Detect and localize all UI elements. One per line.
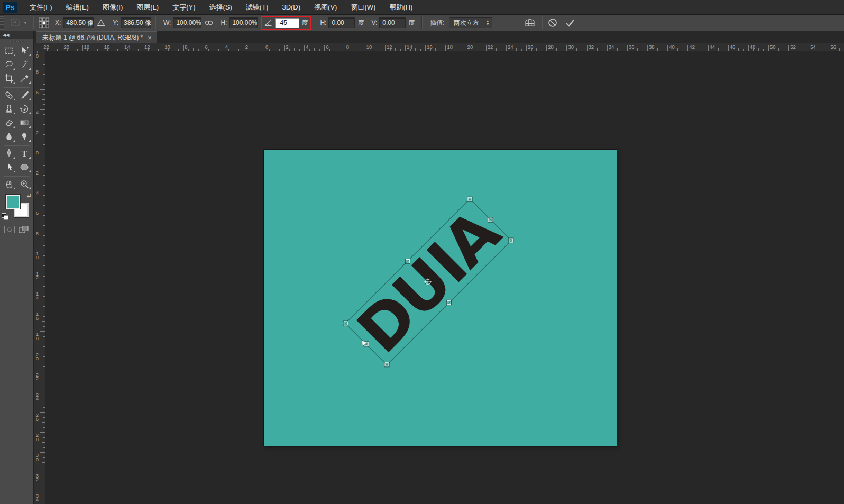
transform-handle-br[interactable] bbox=[509, 239, 513, 243]
vertical-ruler[interactable]: 1 08642024681 01 21 41 61 82 02 22 42 62… bbox=[34, 51, 45, 504]
tool-pen[interactable] bbox=[1, 146, 17, 160]
panel-grip[interactable] bbox=[0, 39, 33, 44]
horizontal-skew-field[interactable]: 0.00 bbox=[328, 17, 355, 28]
tab-close-icon[interactable]: × bbox=[148, 34, 152, 41]
menu-item-9[interactable]: 视图(V) bbox=[307, 0, 344, 15]
x-position-field[interactable]: 480.50 像素 bbox=[63, 17, 94, 28]
flyout-triangle-icon bbox=[29, 98, 31, 100]
vertical-skew-field[interactable]: 0.00 bbox=[379, 17, 406, 28]
ruler-label: 22 bbox=[43, 44, 49, 50]
tool-lasso[interactable] bbox=[1, 58, 17, 71]
ruler-label: 1 6 bbox=[36, 313, 39, 320]
transform-handle-bm[interactable] bbox=[447, 300, 451, 305]
flyout-triangle-icon bbox=[29, 140, 31, 142]
tool-ellipse-shape[interactable] bbox=[17, 160, 33, 174]
default-colors-icon[interactable] bbox=[2, 213, 8, 220]
ruler-label: 2 bbox=[36, 131, 39, 135]
ruler-label: 52 bbox=[790, 44, 796, 50]
transform-reference-point[interactable] bbox=[425, 279, 431, 285]
link-icon bbox=[204, 19, 214, 26]
options-bar-grip[interactable] bbox=[0, 15, 4, 31]
tool-gradient[interactable] bbox=[17, 116, 33, 130]
ruler-label: 2 6 bbox=[36, 414, 39, 421]
tool-path-selection[interactable] bbox=[1, 160, 17, 174]
flyout-triangle-icon bbox=[13, 170, 15, 172]
tool-blur[interactable] bbox=[1, 130, 17, 143]
tool-history-brush[interactable] bbox=[17, 102, 33, 116]
angle-unit-label: 度 bbox=[301, 19, 308, 28]
toolbar-divider bbox=[4, 144, 30, 146]
y-position-field[interactable]: 386.50 像素 bbox=[121, 17, 151, 28]
tool-rectangular-marquee[interactable] bbox=[1, 44, 17, 58]
tool-type[interactable]: T bbox=[17, 146, 33, 160]
relative-positioning-button[interactable] bbox=[95, 16, 107, 29]
document-tab-title: 未标题-1 @ 66.7% (DUIA, RGB/8) * bbox=[42, 33, 143, 42]
ruler-label: 1 8 bbox=[36, 333, 39, 341]
menu-item-7[interactable]: 滤镜(T) bbox=[239, 0, 276, 15]
canvas-area[interactable]: DUIA bbox=[45, 51, 844, 504]
transform-handle-bl[interactable] bbox=[385, 362, 389, 366]
tool-hand[interactable] bbox=[1, 177, 17, 191]
width-field[interactable]: 100.00% bbox=[173, 17, 201, 28]
transform-handle-tr[interactable] bbox=[467, 197, 472, 201]
document-tab[interactable]: 未标题-1 @ 66.7% (DUIA, RGB/8) * × bbox=[36, 31, 157, 43]
tool-brush[interactable] bbox=[17, 88, 33, 102]
tool-dodge[interactable] bbox=[17, 130, 33, 143]
quick-mask-button[interactable] bbox=[4, 225, 15, 236]
ruler-label: 8 bbox=[36, 70, 39, 75]
menu-item-6[interactable]: 选择(S) bbox=[202, 0, 238, 15]
rotate-angle-input[interactable]: -45 bbox=[275, 18, 299, 28]
flyout-triangle-icon bbox=[13, 187, 15, 189]
ruler-label: 6 bbox=[36, 91, 39, 95]
tool-spot-healing-brush[interactable] bbox=[1, 88, 17, 102]
flyout-triangle-icon bbox=[29, 68, 31, 70]
menu-item-5[interactable]: 文字(Y) bbox=[166, 0, 202, 15]
ruler-label: 1 0 bbox=[36, 252, 39, 260]
interpolation-dropdown[interactable]: 两次立方 ▲▼ bbox=[449, 17, 492, 28]
ruler-label: 2 bbox=[286, 44, 288, 50]
transform-handle-mr[interactable] bbox=[488, 218, 492, 222]
menu-item-4[interactable]: 图层(L) bbox=[130, 0, 166, 15]
tool-eraser[interactable] bbox=[1, 116, 17, 130]
flyout-triangle-icon bbox=[13, 140, 15, 142]
tool-zoom[interactable] bbox=[17, 177, 33, 191]
tool-clone-stamp[interactable] bbox=[1, 102, 17, 116]
ruler-label: 54 bbox=[810, 44, 816, 50]
reference-point-icon bbox=[39, 17, 49, 28]
tool-move[interactable] bbox=[17, 44, 33, 58]
ruler-label: 2 2 bbox=[36, 373, 39, 381]
menu-item-2[interactable]: 编辑(E) bbox=[59, 0, 96, 15]
reference-point-locator[interactable] bbox=[37, 16, 51, 29]
warp-mode-toggle-button[interactable] bbox=[522, 16, 538, 29]
height-field[interactable]: 100.00% bbox=[229, 17, 258, 28]
color-swatches: ⇄ bbox=[0, 193, 33, 221]
options-bar: ▼ X: 480.50 像素 Y: 386.50 像素 W: 100.00% H bbox=[0, 15, 844, 31]
ruler-label: 10 bbox=[366, 44, 372, 50]
menu-item-10[interactable]: 窗口(W) bbox=[344, 0, 382, 15]
tool-magic-wand[interactable] bbox=[17, 58, 33, 71]
flyout-triangle-icon bbox=[13, 157, 15, 159]
menu-item-11[interactable]: 帮助(H) bbox=[382, 0, 419, 15]
panel-collapse-button[interactable]: ◀◀ bbox=[0, 31, 33, 39]
cancel-transform-button[interactable] bbox=[546, 16, 559, 29]
swap-colors-icon[interactable]: ⇄ bbox=[27, 193, 31, 198]
rotate-angle-icon bbox=[263, 19, 273, 27]
horizontal-ruler[interactable]: 2220181614121086420246810121416182022242… bbox=[34, 43, 844, 51]
menu-item-1[interactable]: 文件(F) bbox=[23, 0, 59, 15]
menu-item-3[interactable]: 图像(I) bbox=[96, 0, 130, 15]
tool-crop[interactable] bbox=[1, 71, 17, 85]
commit-transform-button[interactable] bbox=[563, 16, 577, 29]
screen-mode-button[interactable] bbox=[18, 225, 30, 236]
transform-handle-tl[interactable] bbox=[344, 321, 348, 325]
transform-handle-tm[interactable] bbox=[406, 259, 410, 263]
tool-eyedropper[interactable] bbox=[17, 71, 33, 85]
width-label: W: bbox=[163, 19, 171, 26]
tool-preset-button[interactable]: ▼ bbox=[8, 16, 29, 29]
photoshop-logo: Ps bbox=[3, 2, 17, 13]
warp-grid-icon bbox=[524, 17, 536, 28]
foreground-color-swatch[interactable] bbox=[6, 195, 20, 209]
menu-item-8[interactable]: 3D(D) bbox=[275, 0, 307, 15]
link-dimensions-button[interactable] bbox=[203, 16, 215, 29]
document-tab-bar: 未标题-1 @ 66.7% (DUIA, RGB/8) * × bbox=[34, 31, 844, 43]
ruler-label: 18 bbox=[447, 44, 453, 50]
